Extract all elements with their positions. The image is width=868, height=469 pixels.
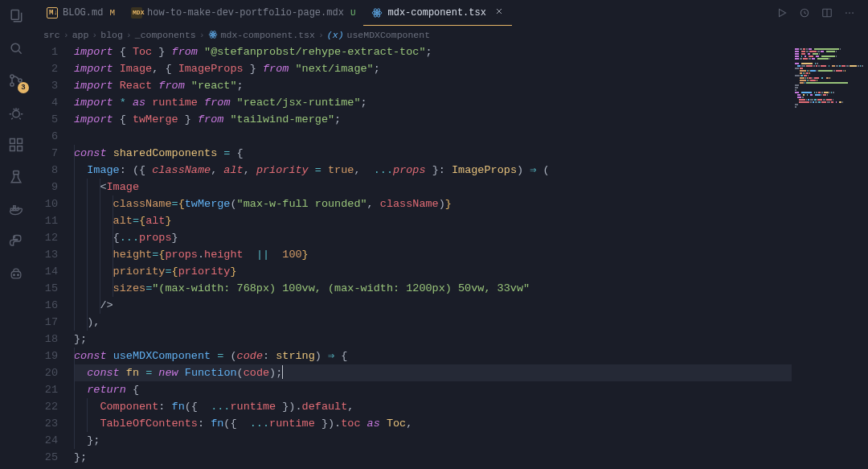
- breadcrumb-item[interactable]: app: [72, 30, 89, 40]
- history-icon[interactable]: [799, 7, 810, 19]
- svg-rect-12: [14, 208, 16, 211]
- markdown-icon: M↓: [47, 7, 58, 19]
- svg-point-15: [14, 237, 14, 237]
- tab-mdx-file[interactable]: MDX how-to-make-dev-portfolio-page.mdx U: [123, 0, 363, 26]
- minimap[interactable]: [792, 43, 868, 469]
- code-content[interactable]: import { Toc } from "@stefanprobst/rehyp…: [74, 43, 792, 469]
- mdx-icon: MDX: [131, 7, 142, 19]
- tab-mdx-component[interactable]: mdx-component.tsx: [363, 0, 511, 26]
- modified-indicator: M: [109, 8, 115, 18]
- tab-blog-md[interactable]: M↓ BLOG.md M: [39, 0, 123, 26]
- breadcrumb-item[interactable]: _components: [135, 30, 196, 40]
- testing-icon[interactable]: [6, 167, 26, 187]
- svg-point-5: [13, 111, 19, 117]
- tab-label: BLOG.md: [63, 7, 103, 19]
- svg-rect-16: [11, 272, 21, 278]
- svg-point-28: [212, 34, 214, 35]
- python-icon[interactable]: [6, 232, 26, 251]
- tab-label: how-to-make-dev-portfolio-page.mdx: [147, 7, 344, 19]
- source-control-badge: 3: [18, 82, 29, 93]
- breadcrumb-file[interactable]: mdx-component.tsx: [208, 30, 315, 40]
- svg-point-1: [11, 43, 19, 51]
- search-icon[interactable]: [6, 39, 26, 58]
- react-ts-icon: [371, 7, 383, 19]
- svg-point-26: [849, 12, 850, 14]
- docker-icon[interactable]: [6, 200, 26, 219]
- svg-point-18: [18, 274, 19, 276]
- editor-actions: [776, 0, 868, 26]
- tab-label: mdx-component.tsx: [387, 7, 485, 19]
- split-editor-icon[interactable]: [821, 7, 833, 19]
- svg-point-19: [376, 11, 378, 13]
- files-icon[interactable]: [6, 6, 26, 26]
- svg-rect-10: [14, 171, 19, 175]
- svg-rect-0: [11, 10, 18, 20]
- react-ts-icon: [208, 30, 218, 39]
- svg-point-3: [10, 83, 14, 86]
- close-icon[interactable]: [494, 6, 504, 19]
- svg-rect-11: [10, 208, 13, 211]
- untracked-indicator: U: [350, 8, 356, 18]
- variable-icon: (x): [327, 30, 344, 40]
- breadcrumb-symbol[interactable]: (x) useMDXComponent: [327, 30, 430, 40]
- svg-point-2: [10, 75, 14, 78]
- breadcrumbs[interactable]: src› app› blog› _components› mdx-compone…: [32, 26, 868, 43]
- debug-icon[interactable]: [6, 103, 26, 122]
- svg-rect-7: [10, 146, 15, 151]
- svg-point-25: [845, 12, 847, 14]
- line-number-gutter: 1234567891011121314151617181920212223242…: [32, 43, 74, 469]
- source-control-icon[interactable]: 3: [6, 71, 26, 90]
- svg-rect-9: [18, 139, 23, 144]
- svg-rect-8: [18, 146, 23, 151]
- svg-rect-14: [14, 206, 16, 208]
- more-icon[interactable]: [844, 7, 855, 19]
- tab-bar: M↓ BLOG.md M MDX how-to-make-dev-portfol…: [32, 0, 868, 26]
- copilot-icon[interactable]: [6, 264, 26, 283]
- svg-rect-6: [10, 139, 15, 144]
- extensions-icon[interactable]: [6, 135, 26, 154]
- svg-rect-13: [16, 208, 18, 211]
- svg-point-27: [852, 12, 854, 14]
- svg-point-17: [14, 274, 15, 276]
- run-icon[interactable]: [776, 7, 788, 19]
- breadcrumb-item[interactable]: blog: [100, 30, 123, 40]
- code-editor[interactable]: 1234567891011121314151617181920212223242…: [32, 43, 792, 469]
- breadcrumb-item[interactable]: src: [43, 30, 60, 40]
- activity-bar: 3: [0, 0, 32, 469]
